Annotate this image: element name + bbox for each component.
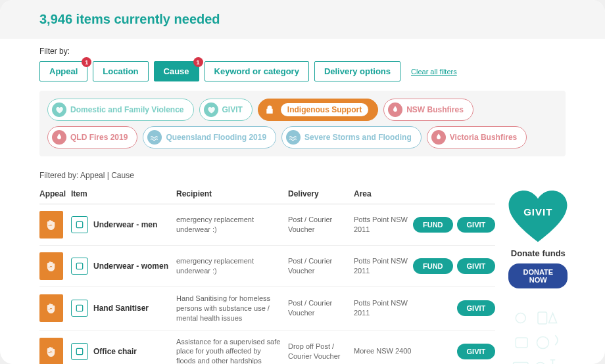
table-header: Appeal Item Recipient Delivery Area [39, 184, 495, 204]
appeal-icon [39, 294, 63, 322]
item-icon [71, 300, 88, 317]
givit-button[interactable]: GIVIT [457, 344, 496, 359]
chip-icon [204, 102, 218, 117]
chip-icon [388, 102, 402, 117]
chip-icon [52, 102, 66, 117]
filter-badge: 1 [193, 57, 203, 67]
filter-chips: Domestic and Family ViolenceGIVITIndigen… [39, 91, 566, 156]
col-delivery: Delivery [288, 189, 354, 198]
table-row: Hand SanitiserHand Sanitising for homele… [39, 287, 495, 330]
chip-icon [286, 130, 301, 145]
table-row: Office chairAssistance for a supervised … [39, 330, 495, 364]
donate-label: Donate funds [508, 248, 568, 258]
filter-tab-location[interactable]: Location [93, 61, 148, 81]
givit-button[interactable]: GIVIT [457, 300, 496, 316]
chip-icon [147, 130, 162, 145]
delivery-cell: Post / Courier Voucher [288, 298, 354, 318]
item-name[interactable]: Underwear - women [93, 262, 168, 271]
svg-rect-1 [76, 263, 82, 269]
area-cell: Potts Point NSW 2011 [354, 256, 413, 276]
brand-heart-logo: GIVIT [508, 191, 568, 243]
col-recipient: Recipient [176, 189, 288, 198]
filter-chip-victoria-bushfires[interactable]: Victoria Bushfires [427, 126, 527, 148]
item-name[interactable]: Hand Sanitiser [93, 304, 149, 313]
delivery-cell: Drop off Post / Courier Voucher [288, 342, 354, 361]
decorative-icons [508, 308, 568, 364]
chip-icon [431, 130, 446, 145]
sidebar: GIVIT Donate funds DONATE NOW [508, 184, 568, 364]
filter-chip-severe-storms-and-flooding[interactable]: Severe Storms and Flooding [281, 126, 422, 148]
item-icon [71, 343, 88, 360]
recipient-cell: Assistance for a supervised safe place f… [176, 337, 288, 364]
svg-point-6 [516, 313, 526, 323]
filter-chip-domestic-and-family-violence[interactable]: Domestic and Family Violence [47, 99, 194, 121]
table-row: Underwear - womenemergency replacement u… [39, 246, 495, 287]
item-name[interactable]: Underwear - men [93, 220, 157, 229]
area-cell: Potts Point NSW 2011 [354, 215, 413, 235]
recipient-cell: emergency replacement underwear :) [176, 256, 288, 276]
filter-tabs: Appeal1LocationCause1Keyword or category… [39, 61, 566, 81]
svg-rect-3 [76, 348, 82, 354]
area-cell: Potts Point NSW 2011 [354, 298, 413, 318]
svg-point-9 [537, 337, 549, 349]
clear-filters-link[interactable]: Clear all filters [411, 68, 457, 76]
chip-icon [52, 130, 66, 145]
filter-chip-qld-fires-2019[interactable]: QLD Fires 2019 [47, 126, 137, 148]
fund-button[interactable]: FUND [413, 217, 453, 233]
filter-tab-delivery-options[interactable]: Delivery options [314, 61, 400, 81]
items-table: Appeal Item Recipient Delivery Area Unde… [39, 184, 495, 364]
delivery-cell: Post / Courier Voucher [288, 215, 354, 235]
table-row: Underwear - menemergency replacement und… [39, 204, 495, 246]
svg-rect-0 [76, 221, 82, 227]
page-header: 3,946 items currently needed [0, 0, 605, 39]
filter-chip-givit[interactable]: GIVIT [199, 99, 253, 121]
delivery-cell: Post / Courier Voucher [288, 256, 354, 276]
svg-rect-2 [76, 306, 82, 311]
item-icon [71, 216, 88, 233]
appeal-icon [39, 252, 63, 280]
col-item: Item [71, 189, 176, 198]
filter-chip-nsw-bushfires[interactable]: NSW Bushfires [383, 99, 473, 121]
filter-tab-cause[interactable]: Cause1 [154, 61, 199, 81]
filter-tab-appeal[interactable]: Appeal1 [39, 61, 87, 81]
appeal-icon [39, 338, 63, 364]
col-appeal: Appeal [39, 189, 71, 198]
item-name[interactable]: Office chair [93, 347, 137, 356]
givit-button[interactable]: GIVIT [457, 258, 496, 274]
appeal-icon [39, 211, 63, 239]
brand-text: GIVIT [508, 206, 568, 217]
recipient-cell: emergency replacement underwear :) [176, 215, 288, 235]
chip-icon [262, 102, 277, 117]
donate-now-button[interactable]: DONATE NOW [508, 263, 568, 288]
fund-button[interactable]: FUND [413, 258, 453, 274]
area-cell: Moree NSW 2400 [354, 346, 413, 356]
filter-tab-keyword-or-category[interactable]: Keyword or category [205, 61, 309, 81]
filter-chip-queensland-flooding-2019[interactable]: Queensland Flooding 2019 [143, 126, 276, 148]
givit-button[interactable]: GIVIT [457, 217, 496, 233]
recipient-cell: Hand Sanitising for homeless persons wit… [176, 294, 288, 323]
svg-rect-7 [538, 312, 547, 324]
item-icon [71, 258, 88, 275]
col-area: Area [354, 189, 413, 198]
filter-chip-indigenous-support[interactable]: Indigenous Support [258, 99, 378, 121]
filtered-by-text: Filtered by: Appeal | Cause [0, 162, 605, 184]
page-title: 3,946 items currently needed [39, 12, 566, 27]
filter-badge: 1 [82, 57, 91, 67]
svg-rect-8 [516, 338, 528, 348]
filter-label: Filter by: [39, 47, 566, 56]
